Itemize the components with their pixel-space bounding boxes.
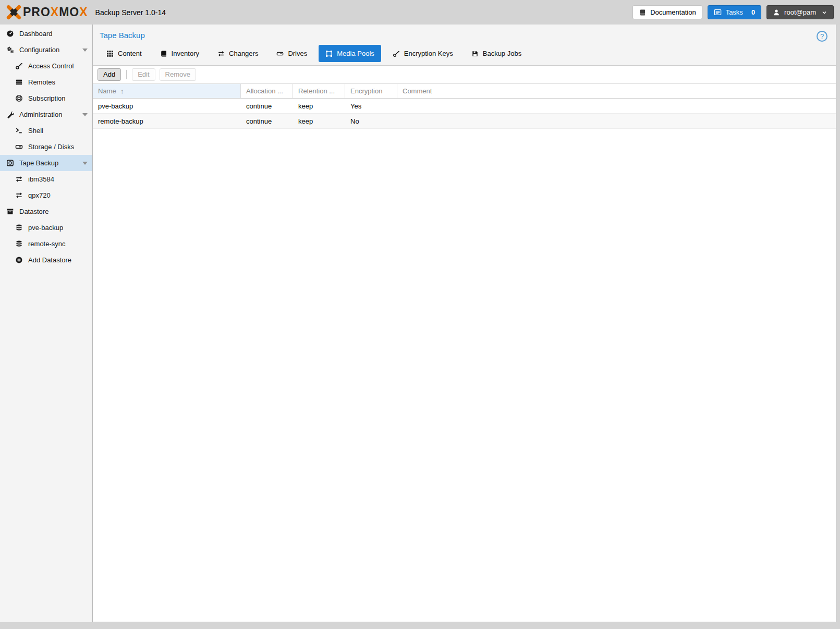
remove-button[interactable]: Remove [160, 68, 196, 81]
panel-header: Tape Backup ? Content Inventory Changers [93, 25, 836, 66]
sidebar-item-storage-disks[interactable]: Storage / Disks [0, 139, 92, 155]
column-label: Name [98, 87, 116, 95]
tasks-button[interactable]: Tasks 0 [708, 5, 761, 19]
sidebar-item-label: Shell [28, 127, 43, 135]
brand-part: MO [59, 5, 79, 19]
sidebar-item-label: Administration [19, 111, 62, 118]
key-icon [15, 62, 23, 70]
sidebar-item-remote-sync[interactable]: remote-sync [0, 236, 92, 252]
hdd-icon [15, 143, 23, 151]
cell-name: remote-backup [93, 114, 241, 128]
book-icon [639, 9, 646, 16]
add-button[interactable]: Add [98, 68, 121, 81]
gears-icon [6, 46, 15, 54]
user-label: root@pam [784, 8, 816, 16]
help-button[interactable]: ? [817, 31, 827, 42]
cell-comment [397, 99, 836, 113]
key-icon [393, 50, 400, 57]
collapse-arrow-icon [82, 113, 88, 116]
dashboard-gauge-icon [6, 30, 15, 38]
sidebar-item-remotes[interactable]: Remotes [0, 74, 92, 90]
sidebar-item-label: Remotes [28, 78, 55, 86]
sidebar-item-administration[interactable]: Administration [0, 106, 92, 123]
tab-media-pools[interactable]: Media Pools [319, 45, 381, 62]
cell-name: pve-backup [93, 99, 241, 113]
tab-encryption-keys[interactable]: Encryption Keys [386, 45, 460, 62]
save-icon [471, 50, 479, 57]
sidebar-item-datastore[interactable]: Datastore [0, 203, 92, 220]
top-bar: PROXMOX Backup Server 1.0-14 Documentati… [0, 0, 840, 25]
sidebar-item-label: Tape Backup [19, 159, 58, 167]
tab-label: Content [118, 50, 142, 57]
sidebar-item-tape-backup[interactable]: Tape Backup [0, 155, 92, 171]
brand-part: PRO [23, 5, 51, 19]
topbar-actions: Documentation Tasks 0 root@pam [632, 5, 834, 19]
book-icon [160, 50, 167, 57]
archive-box-icon [6, 208, 15, 215]
sidebar-item-label: Dashboard [19, 30, 53, 38]
exchange-arrows-icon [15, 191, 23, 199]
database-icon [15, 240, 23, 248]
sidebar-item-qpx720[interactable]: qpx720 [0, 187, 92, 203]
user-menu-button[interactable]: root@pam [766, 5, 834, 19]
sidebar-item-label: qpx720 [28, 191, 51, 199]
sidebar-item-ibm3584[interactable]: ibm3584 [0, 171, 92, 187]
sidebar-item-add-datastore[interactable]: Add Datastore [0, 252, 92, 268]
column-header-comment[interactable]: Comment [397, 84, 836, 98]
page-title: Tape Backup [100, 31, 836, 40]
toolbar-separator [126, 70, 127, 79]
chevron-down-icon [820, 9, 827, 16]
sidebar-item-subscription[interactable]: Subscription [0, 90, 92, 106]
sidebar-item-configuration[interactable]: Configuration [0, 42, 92, 58]
tab-backup-jobs[interactable]: Backup Jobs [465, 45, 528, 62]
tab-inventory[interactable]: Inventory [153, 45, 206, 62]
exchange-arrows-icon [217, 50, 225, 57]
sidebar-item-access-control[interactable]: Access Control [0, 58, 92, 74]
sidebar-nav: Dashboard Configuration Access Control R… [0, 25, 93, 622]
sidebar-item-shell[interactable]: Shell [0, 123, 92, 139]
tab-label: Backup Jobs [483, 50, 521, 57]
sidebar-item-label: ibm3584 [28, 175, 54, 183]
sidebar-item-label: Add Datastore [28, 256, 71, 264]
edit-button[interactable]: Edit [132, 68, 155, 81]
collapse-arrow-icon [82, 162, 88, 165]
cell-comment [397, 114, 836, 128]
documentation-label: Documentation [650, 8, 696, 16]
sidebar-item-label: Configuration [19, 46, 59, 54]
question-mark-icon: ? [820, 32, 824, 40]
task-list-icon [714, 8, 722, 16]
tape-icon [6, 159, 15, 167]
tab-label: Media Pools [337, 50, 374, 57]
hdd-icon [276, 50, 284, 57]
tab-changers[interactable]: Changers [211, 45, 265, 62]
sidebar-item-pve-backup[interactable]: pve-backup [0, 220, 92, 236]
tasks-count-badge: 0 [751, 8, 755, 16]
column-header-retention[interactable]: Retention ... [293, 84, 345, 98]
table-row-pve-backup[interactable]: pve-backup continue keep Yes [93, 99, 836, 114]
proxmox-x-logo-icon [6, 5, 21, 20]
documentation-button[interactable]: Documentation [632, 5, 702, 19]
sidebar-item-dashboard[interactable]: Dashboard [0, 26, 92, 42]
grid-header-row: Name ↑ Allocation ... Retention ... Encr… [93, 83, 836, 99]
sidebar-item-label: remote-sync [28, 240, 66, 248]
sidebar-item-label: Access Control [28, 62, 74, 70]
cell-encryption: No [345, 114, 397, 128]
sidebar-item-label: Subscription [28, 94, 66, 102]
cell-allocation: continue [241, 99, 293, 113]
app-body: Dashboard Configuration Access Control R… [0, 25, 840, 622]
sidebar-item-label: Datastore [19, 208, 48, 215]
collapse-arrow-icon [82, 49, 88, 52]
wrench-icon [6, 111, 15, 118]
brand-wordmark: PROXMOX [23, 5, 88, 19]
tab-content[interactable]: Content [100, 45, 149, 62]
proxmox-logo: PROXMOX [6, 5, 88, 20]
user-icon [773, 9, 780, 16]
table-row-remote-backup[interactable]: remote-backup continue keep No [93, 114, 836, 129]
column-header-allocation[interactable]: Allocation ... [241, 84, 293, 98]
main-panel: Tape Backup ? Content Inventory Changers [93, 25, 836, 622]
plus-circle-icon [15, 256, 23, 264]
exchange-arrows-icon [15, 175, 23, 183]
column-header-name[interactable]: Name ↑ [93, 84, 241, 98]
column-header-encryption[interactable]: Encryption [345, 84, 397, 98]
tab-drives[interactable]: Drives [270, 45, 314, 62]
